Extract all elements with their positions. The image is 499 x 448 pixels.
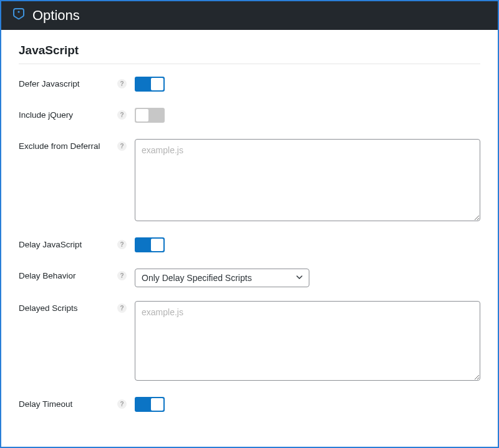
row-delayed-scripts: Delayed Scripts ? xyxy=(19,301,480,383)
toggle-delay-timeout[interactable] xyxy=(135,397,165,412)
row-delay-behavior: Delay Behavior ? Only Delay Specified Sc… xyxy=(19,269,480,287)
help-icon[interactable]: ? xyxy=(117,271,127,280)
toggle-knob xyxy=(151,78,163,90)
section-title-javascript: JavaScript xyxy=(19,44,480,64)
help-icon[interactable]: ? xyxy=(117,110,127,120)
label-exclude-from-deferral: Exclude from Deferral xyxy=(19,139,117,151)
help-icon[interactable]: ? xyxy=(117,240,127,249)
label-include-jquery: Include jQuery xyxy=(19,108,117,120)
textarea-delayed-scripts[interactable] xyxy=(135,301,480,381)
row-exclude-from-deferral: Exclude from Deferral ? xyxy=(19,139,480,224)
label-delayed-scripts: Delayed Scripts xyxy=(19,301,117,313)
row-delay-timeout: Delay Timeout ? xyxy=(19,397,480,414)
label-defer-javascript: Defer Javascript xyxy=(19,77,117,88)
help-icon[interactable]: ? xyxy=(117,79,127,88)
options-panel: JavaScript Defer Javascript ? Include jQ… xyxy=(1,30,498,442)
label-delay-javascript: Delay JavaScript xyxy=(19,237,117,249)
help-icon[interactable]: ? xyxy=(117,141,127,151)
help-icon[interactable]: ? xyxy=(117,399,127,409)
toggle-knob xyxy=(136,109,148,122)
page-title: Options xyxy=(32,7,80,24)
toggle-delay-javascript[interactable] xyxy=(135,237,165,252)
help-icon[interactable]: ? xyxy=(117,303,127,313)
toggle-defer-javascript[interactable] xyxy=(135,77,165,92)
row-defer-javascript: Defer Javascript ? xyxy=(19,77,480,94)
label-delay-timeout: Delay Timeout xyxy=(19,397,117,409)
toggle-include-jquery[interactable] xyxy=(135,108,165,123)
select-delay-behavior[interactable]: Only Delay Specified Scripts xyxy=(135,269,309,287)
page-header: Options xyxy=(1,1,498,30)
svg-point-0 xyxy=(17,11,19,12)
textarea-exclude-from-deferral[interactable] xyxy=(135,139,480,221)
app-logo-icon xyxy=(11,7,26,24)
label-delay-behavior: Delay Behavior xyxy=(19,269,117,280)
toggle-knob xyxy=(151,398,163,411)
row-delay-javascript: Delay JavaScript ? xyxy=(19,237,480,255)
row-include-jquery: Include jQuery ? xyxy=(19,108,480,125)
toggle-knob xyxy=(151,239,163,251)
